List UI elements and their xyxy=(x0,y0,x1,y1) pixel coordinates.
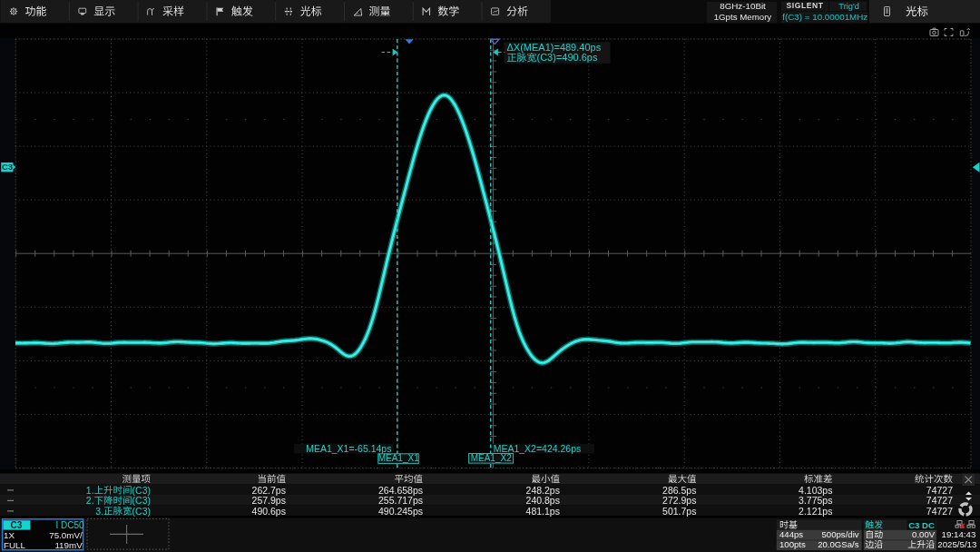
svg-text:3.775ps: 3.775ps xyxy=(799,495,832,506)
svg-text:248.2ps: 248.2ps xyxy=(526,485,560,496)
svg-text:MEA1_X2=424.26ps: MEA1_X2=424.26ps xyxy=(494,443,582,454)
svg-text:SIGLENT: SIGLENT xyxy=(787,1,824,10)
svg-text:2.: 2. xyxy=(86,495,94,506)
svg-text:286.5ps: 286.5ps xyxy=(662,485,696,496)
svg-text:100pts: 100pts xyxy=(779,539,806,549)
svg-text:3.: 3. xyxy=(95,506,103,517)
svg-text:(C3): (C3) xyxy=(132,506,151,517)
svg-text:255.717ps: 255.717ps xyxy=(378,495,423,506)
svg-text:1Gpts Memory: 1Gpts Memory xyxy=(714,12,772,22)
svg-text:(C3): (C3) xyxy=(132,485,151,496)
svg-text:264.658ps: 264.658ps xyxy=(378,485,423,496)
svg-text:4.103ps: 4.103ps xyxy=(799,485,832,496)
svg-text:MEA1_X1=-65.14ps: MEA1_X1=-65.14ps xyxy=(306,443,391,454)
svg-text:MEA1_X2: MEA1_X2 xyxy=(471,453,512,463)
svg-text:0.00V: 0.00V xyxy=(912,529,936,539)
svg-text:ΔX(MEA1)=489.40ps: ΔX(MEA1)=489.40ps xyxy=(507,42,602,53)
svg-text:f(C3) = 10.00001MHz: f(C3) = 10.00001MHz xyxy=(782,12,867,22)
svg-text:FULL: FULL xyxy=(4,540,26,550)
svg-text:75.0mV/: 75.0mV/ xyxy=(49,530,83,540)
svg-text:481.1ps: 481.1ps xyxy=(526,506,560,517)
svg-text:1.: 1. xyxy=(86,485,94,496)
svg-text:C3: C3 xyxy=(11,520,23,530)
svg-text:2025/5/13: 2025/5/13 xyxy=(937,539,976,549)
svg-text:20.0GSa/s: 20.0GSa/s xyxy=(818,539,859,549)
svg-text:262.7ps: 262.7ps xyxy=(252,485,286,496)
svg-text:74727: 74727 xyxy=(926,485,953,496)
svg-text:444ps: 444ps xyxy=(779,529,803,539)
svg-text:501.7ps: 501.7ps xyxy=(662,506,696,517)
svg-text:19:14:43: 19:14:43 xyxy=(942,529,976,539)
svg-text:500ps/div: 500ps/div xyxy=(822,529,859,539)
svg-text:490.245ps: 490.245ps xyxy=(378,506,423,517)
svg-text:1X: 1X xyxy=(4,530,15,540)
svg-text:I DC50: I DC50 xyxy=(56,520,85,530)
svg-text:(C3): (C3) xyxy=(132,495,151,506)
svg-text:C3 DC: C3 DC xyxy=(908,520,935,530)
svg-text:74727: 74727 xyxy=(926,495,953,506)
svg-text:(C3)=490.6ps: (C3)=490.6ps xyxy=(537,52,598,63)
svg-text:Trig'd: Trig'd xyxy=(838,2,859,11)
svg-text:257.9ps: 257.9ps xyxy=(252,495,286,506)
svg-text:8GHz-10Bit: 8GHz-10Bit xyxy=(720,1,766,11)
svg-text:C3: C3 xyxy=(2,162,13,172)
svg-text:490.6ps: 490.6ps xyxy=(252,506,286,517)
svg-text:272.9ps: 272.9ps xyxy=(662,495,696,506)
svg-text:74727: 74727 xyxy=(926,506,953,517)
svg-text:2.121ps: 2.121ps xyxy=(799,506,832,517)
svg-text:240.8ps: 240.8ps xyxy=(526,495,560,506)
svg-text:119mV: 119mV xyxy=(54,540,83,550)
svg-text:MEA1_X1: MEA1_X1 xyxy=(378,453,419,463)
